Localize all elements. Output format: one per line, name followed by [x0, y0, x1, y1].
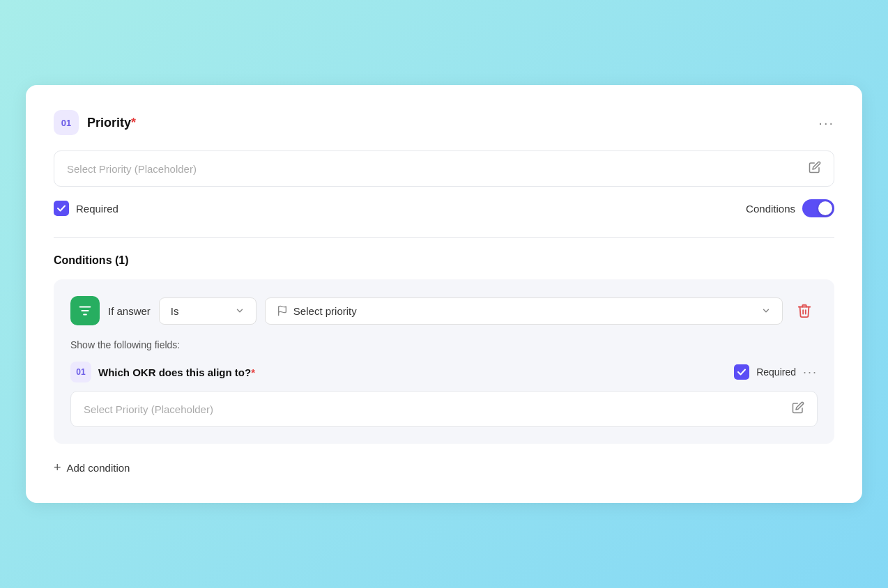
show-fields-label: Show the following fields:	[70, 339, 818, 350]
trash-icon	[797, 303, 812, 318]
priority-dropdown[interactable]: Select priority	[265, 297, 783, 325]
main-card: 01 Priority* ··· Select Priority (Placeh…	[26, 85, 862, 503]
conditions-box: If answer Is Select priority	[54, 279, 834, 444]
nested-more-options-button[interactable]: ···	[803, 365, 818, 380]
condition-row: If answer Is Select priority	[70, 296, 818, 325]
nested-field-right: Required ···	[734, 364, 818, 380]
required-left: Required	[54, 201, 118, 216]
required-checkbox[interactable]	[54, 201, 69, 216]
header-left: 01 Priority*	[54, 110, 136, 135]
filter-icon-box	[70, 296, 100, 325]
nested-field-row: 01 Which OKR does this align to?* Requir…	[70, 362, 818, 382]
conditions-toggle-row: Conditions	[746, 199, 834, 217]
more-options-button[interactable]: ···	[818, 115, 834, 131]
add-condition-row[interactable]: + Add condition	[54, 461, 834, 475]
plus-icon: +	[54, 461, 61, 475]
nested-step-badge: 01	[70, 362, 91, 382]
nested-required-label: Required	[756, 366, 796, 378]
required-label: Required	[76, 203, 118, 215]
required-star: *	[131, 116, 136, 130]
nested-required-star: *	[251, 366, 255, 378]
conditions-toggle[interactable]	[802, 199, 834, 217]
nested-placeholder-text: Select Priority (Placeholder)	[84, 403, 213, 415]
divider	[54, 237, 834, 238]
nested-placeholder-input[interactable]: Select Priority (Placeholder)	[70, 391, 818, 427]
chevron-down-icon-2	[761, 306, 771, 316]
nested-field-left: 01 Which OKR does this align to?*	[70, 362, 255, 382]
field-title: Priority*	[87, 116, 136, 130]
if-answer-label: If answer	[108, 305, 151, 317]
step-badge: 01	[54, 110, 79, 135]
nested-field-title: Which OKR does this align to?*	[98, 366, 255, 378]
priority-dropdown-placeholder: Select priority	[293, 305, 357, 317]
nested-edit-icon[interactable]	[792, 401, 804, 417]
nested-required-checkbox[interactable]	[734, 364, 749, 380]
is-dropdown[interactable]: Is	[159, 297, 257, 325]
is-dropdown-value: Is	[171, 305, 179, 317]
chevron-down-icon	[235, 306, 245, 316]
required-row: Required Conditions	[54, 199, 834, 217]
placeholder-text: Select Priority (Placeholder)	[67, 163, 197, 175]
delete-condition-button[interactable]	[791, 297, 818, 324]
nested-field-title-text: Which OKR does this align to?	[98, 366, 251, 378]
conditions-label: Conditions	[746, 203, 795, 215]
field-title-text: Priority	[87, 116, 131, 130]
add-condition-label: Add condition	[67, 462, 130, 474]
field-header: 01 Priority* ···	[54, 110, 834, 135]
edit-icon[interactable]	[809, 161, 821, 176]
flag-icon	[277, 305, 288, 316]
conditions-title: Conditions (1)	[54, 254, 834, 267]
placeholder-input-field[interactable]: Select Priority (Placeholder)	[54, 150, 834, 187]
